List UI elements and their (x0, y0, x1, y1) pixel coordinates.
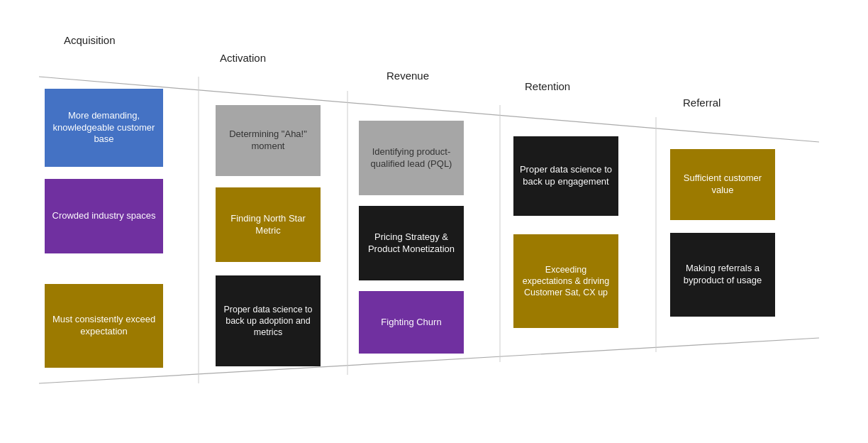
card-finding-north-star: Finding North Star Metric (216, 187, 321, 262)
card-crowded-industry: Crowded industry spaces (45, 179, 163, 253)
label-activation: Activation (220, 52, 266, 64)
card-proper-data-science-engagement: Proper data science to back up engagemen… (513, 136, 618, 216)
card-exceeding-expectations: Exceeding expectations & driving Custome… (513, 234, 618, 328)
card-determining-aha: Determining "Aha!" moment (216, 105, 321, 176)
label-referral: Referral (683, 97, 720, 109)
card-more-demanding: More demanding, knowledgeable customer b… (45, 89, 163, 167)
card-proper-data-science-adoption: Proper data science to back up adoption … (216, 275, 321, 366)
card-must-consistently: Must consistently exceed expectation (45, 284, 163, 368)
card-fighting-churn: Fighting Churn (359, 291, 464, 354)
label-retention: Retention (525, 80, 570, 92)
card-making-referrals: Making referrals a byproduct of usage (670, 233, 775, 317)
label-revenue: Revenue (386, 70, 429, 82)
card-sufficient-customer-value: Sufficient customer value (670, 149, 775, 220)
label-acquisition: Acquisition (64, 34, 116, 46)
card-identifying-pql: Identifying product-qualified lead (PQL) (359, 121, 464, 195)
card-pricing-strategy: Pricing Strategy & Product Monetization (359, 206, 464, 280)
main-container: Acquisition Activation Revenue Retention… (0, 0, 868, 443)
